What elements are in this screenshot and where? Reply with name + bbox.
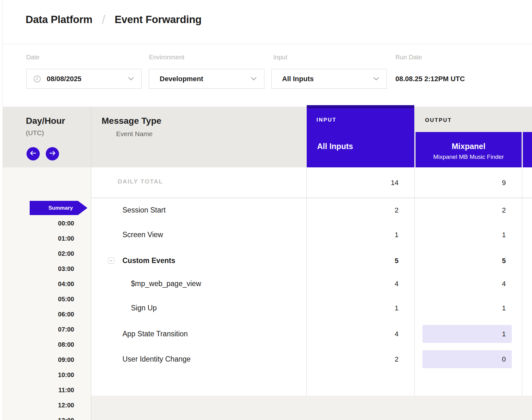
- breadcrumb: Data Platform / Event Forwarding: [26, 13, 202, 27]
- summary-row-selector[interactable]: Summary: [30, 201, 87, 215]
- row-label: App State Transition: [122, 325, 188, 343]
- environment-filter-label: Environment: [149, 54, 184, 61]
- breadcrumb-separator: /: [102, 13, 105, 27]
- next-day-button[interactable]: [46, 147, 59, 160]
- hour-slot[interactable]: 03:00: [25, 265, 74, 273]
- chevron-down-icon: [373, 77, 379, 81]
- chevron-down-icon: [251, 77, 257, 81]
- input-column-name: All Inputs: [317, 142, 353, 151]
- row-label: Screen View: [122, 226, 163, 244]
- gridline-dayhour: [91, 107, 91, 420]
- page-title: Event Forwarding: [115, 14, 202, 26]
- arrow-left-icon: [30, 151, 37, 157]
- row-input-value: 2: [316, 201, 405, 219]
- row-label: Sign Up: [131, 299, 157, 317]
- hour-slot[interactable]: 04:00: [25, 280, 74, 288]
- row-mixpanel-value: 2: [423, 201, 512, 219]
- arrow-right-icon: [49, 151, 56, 157]
- message-type-column-title: Message Type: [102, 116, 161, 126]
- hour-slot[interactable]: 10:00: [25, 371, 74, 379]
- breadcrumb-section[interactable]: Data Platform: [26, 14, 92, 26]
- date-dropdown[interactable]: 08/08/2025: [26, 69, 142, 89]
- output-group-label: OUTPUT: [425, 117, 452, 123]
- hour-slot[interactable]: 13:00: [25, 417, 74, 420]
- row-input-value: 1: [316, 299, 405, 317]
- row-mixpanel-value: 5: [423, 252, 512, 270]
- gridline-next: [522, 167, 522, 420]
- run-date-value: 08.08.25 2:12PM UTC: [395, 69, 465, 89]
- row-input-value: 2: [316, 350, 405, 368]
- run-date-label: Run Date: [395, 54, 422, 61]
- input-value: All Inputs: [282, 75, 314, 83]
- summary-label: Summary: [49, 201, 73, 215]
- row-input-value: 5: [316, 252, 405, 270]
- hour-slot[interactable]: 02:00: [25, 250, 74, 257]
- daily-total-input-value: 14: [316, 174, 405, 192]
- row-mixpanel-value: 1: [423, 299, 512, 317]
- collapse-expander-icon[interactable]: −: [108, 257, 114, 264]
- environment-value: Development: [160, 75, 203, 83]
- input-column-header: INPUT All Inputs: [307, 105, 414, 167]
- day-hour-column-subtitle: (UTC): [26, 129, 44, 137]
- date-value: 08/08/2025: [47, 75, 81, 83]
- row-mixpanel-value: 1: [423, 226, 512, 244]
- gridline-mixpanel: [414, 167, 415, 420]
- hour-slot[interactable]: 09:00: [25, 356, 74, 363]
- environment-dropdown[interactable]: Development: [149, 69, 264, 89]
- daily-total-label: DAILY TOTAL: [118, 178, 163, 185]
- row-mixpanel-value: 1: [423, 325, 512, 343]
- mixpanel-column-header: Mixpanel Mixpanel MB Music Finder: [416, 132, 522, 167]
- row-input-value: 4: [316, 275, 405, 293]
- message-type-column-subtitle: Event Name: [116, 130, 153, 138]
- row-label: User Identity Change: [122, 350, 191, 368]
- table-footer: [91, 396, 532, 420]
- hour-slot[interactable]: 06:00: [25, 310, 74, 318]
- row-label: $mp_web_page_view: [131, 275, 201, 293]
- row-input-value: 1: [316, 226, 405, 244]
- row-input-value: 4: [316, 325, 405, 343]
- hour-slot[interactable]: 07:00: [25, 326, 74, 333]
- clock-icon: [33, 75, 41, 83]
- daily-total-divider: [91, 198, 532, 198]
- hour-slot[interactable]: 01:00: [25, 235, 74, 242]
- input-column-top-strip: [307, 105, 414, 108]
- header-divider: [3, 44, 532, 44]
- hour-slot[interactable]: 05:00: [25, 295, 74, 303]
- hour-slot[interactable]: 00:00: [25, 219, 74, 227]
- day-hour-column-title: Day/Hour: [26, 116, 65, 126]
- hour-slot[interactable]: 08:00: [25, 341, 74, 348]
- input-group-label: INPUT: [316, 117, 337, 123]
- gridline-input: [306, 167, 307, 420]
- row-mixpanel-value: 4: [423, 275, 512, 293]
- next-output-column-header-partial: [523, 132, 532, 167]
- event-forwarding-page: Data Platform / Event Forwarding Date En…: [0, 0, 532, 420]
- input-filter-label: Input: [273, 54, 287, 61]
- input-dropdown[interactable]: All Inputs: [271, 69, 387, 89]
- row-label: Session Start: [122, 201, 166, 219]
- mixpanel-column-title: Mixpanel: [416, 142, 522, 151]
- hour-slot[interactable]: 12:00: [25, 401, 74, 409]
- mixpanel-column-subtitle: Mixpanel MB Music Finder: [416, 153, 522, 160]
- hour-slot[interactable]: 11:00: [25, 386, 74, 394]
- previous-day-button[interactable]: [27, 147, 40, 160]
- chevron-down-icon: [128, 77, 134, 81]
- row-label: Custom Events: [122, 252, 175, 270]
- row-mixpanel-value: 0: [423, 350, 512, 368]
- daily-total-mixpanel-value: 9: [423, 174, 512, 192]
- date-filter-label: Date: [26, 54, 39, 61]
